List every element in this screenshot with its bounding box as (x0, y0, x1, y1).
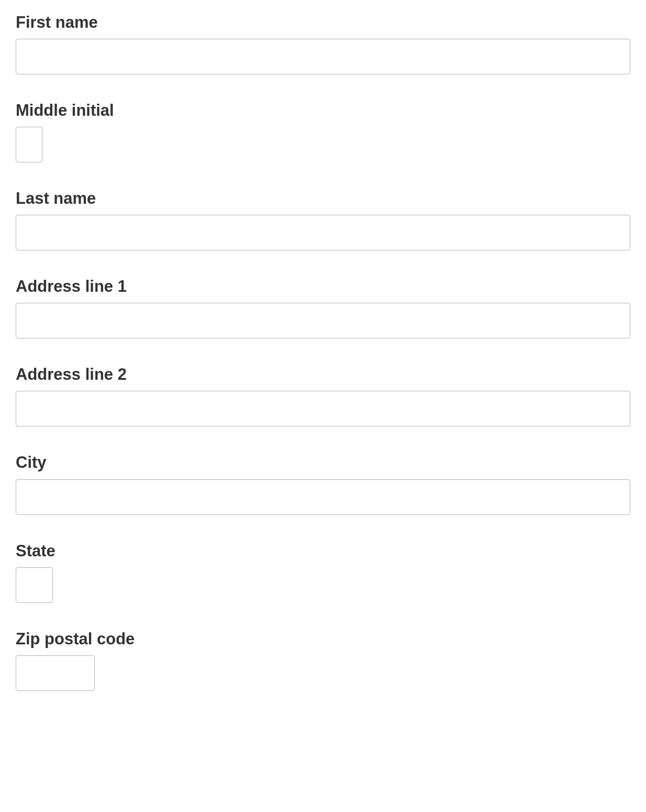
address-2-input[interactable] (16, 391, 630, 426)
address-1-group: Address line 1 (16, 278, 630, 338)
address-1-label: Address line 1 (16, 278, 630, 295)
city-input[interactable] (16, 479, 630, 515)
address-1-input[interactable] (16, 303, 630, 338)
middle-initial-group: Middle initial (16, 102, 630, 162)
first-name-input[interactable] (16, 39, 630, 74)
city-group: City (16, 454, 630, 514)
zip-input[interactable] (16, 655, 95, 691)
zip-group: Zip postal code (16, 630, 630, 691)
last-name-input[interactable] (16, 215, 630, 250)
first-name-label: First name (16, 14, 630, 31)
middle-initial-input[interactable] (16, 127, 42, 162)
state-input[interactable] (16, 567, 53, 603)
last-name-label: Last name (16, 190, 630, 207)
address-2-label: Address line 2 (16, 366, 630, 383)
last-name-group: Last name (16, 190, 630, 250)
first-name-group: First name (16, 14, 630, 74)
zip-label: Zip postal code (16, 630, 630, 648)
city-label: City (16, 454, 630, 471)
state-label: State (16, 542, 630, 560)
address-2-group: Address line 2 (16, 366, 630, 426)
state-group: State (16, 542, 630, 603)
middle-initial-label: Middle initial (16, 102, 630, 119)
